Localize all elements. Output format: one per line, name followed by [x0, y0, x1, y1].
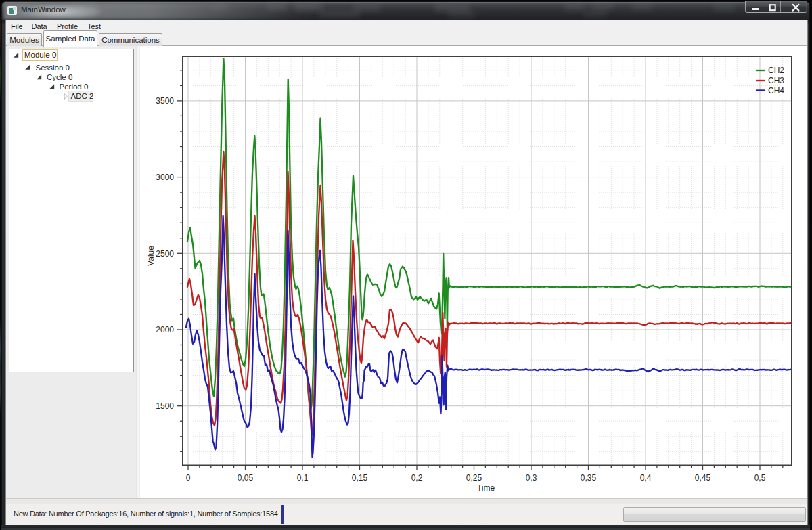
svg-text:0,2: 0,2: [411, 473, 423, 483]
svg-text:2000: 2000: [156, 325, 174, 334]
svg-text:Value: Value: [146, 246, 156, 266]
svg-text:CH3: CH3: [768, 76, 784, 85]
svg-text:0,5: 0,5: [754, 473, 766, 483]
svg-text:0,45: 0,45: [695, 473, 711, 483]
svg-text:0,4: 0,4: [640, 473, 652, 483]
svg-text:2500: 2500: [156, 249, 174, 259]
svg-text:0,25: 0,25: [466, 473, 482, 483]
svg-text:0,3: 0,3: [526, 473, 537, 483]
svg-text:0,35: 0,35: [581, 473, 597, 483]
svg-text:CH4: CH4: [768, 86, 784, 95]
svg-text:3000: 3000: [156, 173, 174, 182]
svg-text:1500: 1500: [156, 401, 174, 411]
svg-text:3500: 3500: [156, 96, 174, 106]
svg-text:0,05: 0,05: [238, 473, 254, 483]
svg-text:0: 0: [186, 473, 191, 483]
svg-text:0,15: 0,15: [352, 473, 368, 483]
svg-text:Time: Time: [477, 483, 495, 493]
svg-text:CH2: CH2: [768, 66, 784, 75]
svg-text:0,1: 0,1: [297, 473, 309, 483]
